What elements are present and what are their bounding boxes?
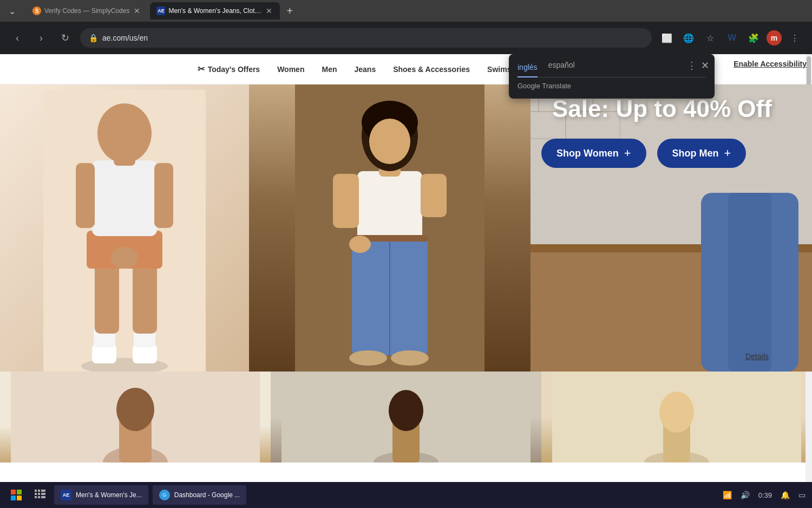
forward-button[interactable]: › xyxy=(32,29,50,47)
translate-more-button[interactable]: ⋮ xyxy=(687,60,697,71)
hero-right-panel: Sale: Up to 40% Off Shop Women + Shop Me… xyxy=(531,84,812,372)
preview-person-3 xyxy=(541,372,812,463)
preview-person-2 xyxy=(271,372,541,463)
network-icon[interactable]: 📶 xyxy=(723,491,732,499)
browser-icons: ⬜ 🌐 ☆ W 🧩 m ⋮ xyxy=(658,29,803,47)
nav-item-offers[interactable]: ✂ Today's Offers xyxy=(198,62,260,76)
svg-point-24 xyxy=(391,350,429,366)
tab-label-ae: Men's & Women's Jeans, Cloth... xyxy=(168,7,261,15)
tab-close-ae[interactable]: ✕ xyxy=(265,5,273,16)
svg-rect-22 xyxy=(395,317,425,355)
desktop-button[interactable]: ▭ xyxy=(798,491,806,499)
tab-favicon-simplycodes: S xyxy=(32,6,41,15)
svg-point-23 xyxy=(349,350,387,366)
tab-close-simplycodes[interactable]: ✕ xyxy=(133,5,141,16)
cta-buttons: Shop Women + Shop Men + xyxy=(541,139,769,168)
svg-point-46 xyxy=(116,388,154,431)
svg-rect-70 xyxy=(43,496,45,498)
svg-point-50 xyxy=(389,390,423,431)
taskbar-ae-label: Men's & Women's Je... xyxy=(76,491,142,499)
nav-item-shoes[interactable]: Shoes & Accessories xyxy=(393,63,470,76)
translate-tab-english[interactable]: inglés xyxy=(518,61,538,77)
taskbar-start-button[interactable] xyxy=(6,485,26,505)
bookmark-button[interactable]: ☆ xyxy=(702,29,719,47)
taskbar-time: 0:39 xyxy=(758,491,772,499)
translate-tabs: inglés español xyxy=(518,61,706,77)
taskbar-grid-button[interactable] xyxy=(30,485,50,505)
woman-figure xyxy=(295,84,484,372)
taskbar-item-ae[interactable]: AE Men's & Women's Je... xyxy=(54,485,148,505)
svg-rect-25 xyxy=(333,174,359,228)
svg-rect-59 xyxy=(35,490,37,492)
nav-item-men[interactable]: Men xyxy=(322,63,337,76)
details-link[interactable]: Details xyxy=(745,352,769,361)
man-figure xyxy=(43,90,206,372)
taskbar-dashboard-label: Dashboard - Google ... xyxy=(174,491,240,499)
svg-rect-60 xyxy=(38,490,40,492)
taskbar-item-dashboard[interactable]: G Dashboard - Google ... xyxy=(153,485,246,505)
shop-women-button[interactable]: Shop Women + xyxy=(541,139,646,168)
nav-item-women[interactable]: Women xyxy=(277,63,304,76)
svg-rect-21 xyxy=(353,317,383,355)
menu-button[interactable]: ⋮ xyxy=(786,29,803,47)
profile-button[interactable]: ⌄ xyxy=(4,3,19,18)
svg-rect-17 xyxy=(357,171,422,242)
svg-point-54 xyxy=(659,392,694,433)
lock-icon: 🔒 xyxy=(89,34,98,42)
translate-popup: ⋮ ✕ inglés español Google Translate xyxy=(509,54,715,99)
notification-icon[interactable]: 🔔 xyxy=(781,491,790,499)
translate-button[interactable]: 🌐 xyxy=(680,29,697,47)
tab-simplycodes[interactable]: S Verify Codes — SimplyCodes ✕ xyxy=(26,2,148,19)
preview-item-2[interactable] xyxy=(271,372,541,463)
shop-men-label: Shop Men xyxy=(672,148,719,159)
extensions-button[interactable]: 🧩 xyxy=(745,29,762,47)
tab-controls: ⌄ xyxy=(4,3,19,18)
browser-chrome: ⌄ S Verify Codes — SimplyCodes ✕ AE Men'… xyxy=(0,0,812,54)
hero-banner: Sale: Up to 40% Off Shop Women + Shop Me… xyxy=(0,84,812,372)
svg-point-30 xyxy=(369,119,410,164)
nav-item-jeans[interactable]: Jeans xyxy=(354,63,376,76)
profile-avatar[interactable]: m xyxy=(767,30,782,45)
preview-item-3[interactable] xyxy=(541,372,812,463)
nav-label-offers: Today's Offers xyxy=(208,65,260,74)
shop-men-button[interactable]: Shop Men + xyxy=(657,139,746,168)
screen-cast-button[interactable]: ⬜ xyxy=(658,29,676,47)
taskbar-right: 📶 🔊 0:39 🔔 ▭ xyxy=(723,491,806,499)
svg-rect-56 xyxy=(17,490,22,494)
volume-icon[interactable]: 🔊 xyxy=(741,491,750,499)
hero-center-panel xyxy=(249,84,531,372)
preview-person-1 xyxy=(0,372,271,463)
svg-rect-55 xyxy=(11,490,16,494)
svg-rect-58 xyxy=(17,496,22,500)
svg-rect-62 xyxy=(43,490,45,492)
sale-text-container: Sale: Up to 40% Off xyxy=(552,95,769,122)
svg-rect-64 xyxy=(38,493,40,495)
preview-item-1[interactable] xyxy=(0,372,271,463)
url-bar[interactable]: 🔒 ae.com/us/en xyxy=(80,28,652,48)
svg-rect-68 xyxy=(38,496,40,498)
page-content: Enable Accessibility ⋮ ✕ inglés español … xyxy=(0,54,812,508)
svg-point-14 xyxy=(111,247,138,269)
url-text: ae.com/us/en xyxy=(102,34,148,42)
translate-footer: Google Translate xyxy=(518,82,706,90)
dashboard-taskbar-icon: G xyxy=(159,490,170,500)
tab-ae[interactable]: AE Men's & Women's Jeans, Cloth... ✕ xyxy=(150,2,280,19)
enable-accessibility-button[interactable]: Enable Accessibility xyxy=(734,60,807,68)
refresh-button[interactable]: ↻ xyxy=(56,29,74,47)
translate-close-button[interactable]: ✕ xyxy=(701,60,709,71)
back-button[interactable]: ‹ xyxy=(9,29,26,47)
svg-rect-10 xyxy=(76,163,95,228)
shop-women-label: Shop Women xyxy=(556,148,619,159)
svg-point-13 xyxy=(97,103,152,163)
svg-rect-63 xyxy=(35,493,37,495)
svg-rect-42 xyxy=(728,193,771,372)
word-extension-button[interactable]: W xyxy=(723,29,741,47)
new-tab-button[interactable]: + xyxy=(282,3,297,18)
address-bar: ‹ › ↻ 🔒 ae.com/us/en ⬜ 🌐 ☆ W 🧩 m ⋮ xyxy=(0,22,812,54)
hero-left-panel xyxy=(0,84,249,372)
taskbar: AE Men's & Women's Je... G Dashboard - G… xyxy=(0,482,812,508)
translate-tab-spanish[interactable]: español xyxy=(548,61,575,73)
svg-rect-11 xyxy=(154,163,173,228)
translate-popup-actions: ⋮ ✕ xyxy=(687,60,709,71)
windows-logo-icon xyxy=(11,490,22,500)
